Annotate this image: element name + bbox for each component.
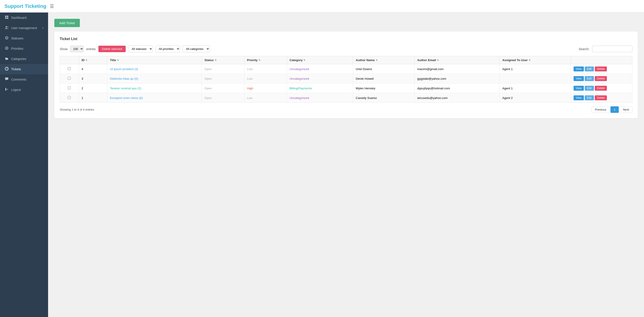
status-filter-select[interactable]: All statuses (128, 46, 153, 52)
sidebar-label-comments: Comments (11, 78, 44, 81)
th-priority: Priority ⇅ (244, 56, 287, 64)
sidebar: Dashboard User management < Statuses Pri… (0, 13, 48, 317)
logout-icon (4, 88, 9, 92)
th-assigned-to-user: Assigned To User ⇅ (500, 56, 571, 64)
row-priority: High (244, 84, 287, 93)
row-status: Open (202, 84, 244, 93)
sort-category-icon[interactable]: ⇅ (304, 59, 305, 61)
svg-point-4 (6, 26, 7, 28)
previous-button[interactable]: Previous (592, 106, 610, 113)
edit-button[interactable]: Edit (585, 95, 594, 100)
row-checkbox[interactable] (68, 86, 71, 89)
add-ticket-button[interactable]: Add Ticket (54, 19, 80, 27)
sort-id-icon[interactable]: ⇅ (86, 59, 87, 61)
ticket-tbody: 4 Ut ipsum proident (3) Open Low Uncateg… (60, 64, 632, 103)
delete-button[interactable]: Delete (595, 95, 607, 100)
row-author-email: dypujilyqo@hotmail.com (414, 84, 500, 93)
row-title: Distinctio Alias qu (0) (107, 74, 202, 84)
svg-rect-1 (7, 16, 8, 17)
sort-priority-icon[interactable]: ⇅ (258, 59, 260, 61)
row-title: Ut ipsum proident (3) (107, 64, 202, 74)
table-header-row: ID ⇅ Title ⇅ Status ⇅ Priority ⇅ Categor (60, 56, 632, 64)
svg-rect-3 (7, 18, 8, 19)
row-checkbox[interactable] (68, 67, 71, 70)
row-assigned-to (500, 74, 571, 84)
sidebar-item-dashboard[interactable]: Dashboard (0, 13, 48, 23)
row-author-email: gygytale@yahoo.com (414, 74, 500, 84)
row-author-name: Derek Howell (353, 74, 414, 84)
layout: Dashboard User management < Statuses Pri… (0, 13, 644, 317)
sort-author-email-icon[interactable]: ⇅ (437, 59, 439, 61)
row-checkbox[interactable] (68, 77, 71, 80)
priority-filter-select[interactable]: All priorities (156, 46, 180, 52)
ticket-title-link[interactable]: Tenetur nostrud quo (2) (110, 87, 141, 90)
table-footer: Showing 1 to 4 of 4 entries Previous 1 N… (60, 106, 632, 113)
entries-select[interactable]: 100 25 50 (70, 46, 84, 52)
pagination: Previous 1 Next (592, 106, 632, 113)
ticket-title-link[interactable]: Excepturi enim nemo (0) (110, 96, 143, 100)
sort-author-name-icon[interactable]: ⇅ (376, 59, 378, 61)
search-input[interactable] (592, 46, 632, 52)
svg-rect-0 (5, 16, 6, 17)
hamburger-icon[interactable]: ☰ (50, 4, 54, 9)
th-id: ID ⇅ (79, 56, 107, 64)
edit-button[interactable]: Edit (585, 67, 594, 71)
ticket-title-link[interactable]: Distinctio Alias qu (0) (110, 77, 138, 80)
edit-button[interactable]: Edit (585, 86, 594, 91)
row-id: 4 (79, 64, 107, 74)
sidebar-label-logout: Logout (11, 88, 44, 92)
sidebar-label-categories: Categories (11, 57, 44, 61)
ticket-title-link[interactable]: Ut ipsum proident (3) (110, 67, 138, 71)
sort-status-icon[interactable]: ⇅ (215, 59, 216, 61)
chevron-left-icon: < (42, 27, 44, 29)
delete-button[interactable]: Delete (595, 76, 607, 81)
row-title: Excepturi enim nemo (0) (107, 93, 202, 103)
user-management-icon (4, 26, 9, 30)
sidebar-item-priorities[interactable]: Priorities (0, 44, 48, 54)
sidebar-item-tickets[interactable]: ? Tickets (0, 64, 48, 74)
sidebar-item-statuses[interactable]: Statuses (0, 33, 48, 44)
delete-selected-button[interactable]: Delete selected (98, 46, 126, 52)
sidebar-item-categories[interactable]: Categories (0, 54, 48, 64)
dashboard-icon (4, 16, 9, 20)
table-row: 4 Ut ipsum proident (3) Open Low Uncateg… (60, 64, 632, 74)
statuses-icon (4, 36, 9, 41)
sidebar-label-tickets: Tickets (11, 67, 44, 71)
top-nav: Support Ticketing ☰ (0, 0, 644, 13)
page-1-button[interactable]: 1 (610, 106, 619, 113)
delete-button[interactable]: Delete (595, 86, 607, 91)
row-author-name: Cassidy Suarez (353, 93, 414, 103)
row-category: Billing/Payments (287, 84, 353, 93)
th-checkbox (60, 56, 79, 64)
table-row: 1 Excepturi enim nemo (0) Open Low Uncat… (60, 93, 632, 103)
row-author-email: macimi@gmail.com (414, 64, 500, 74)
edit-button[interactable]: Edit (585, 76, 594, 81)
row-checkbox-cell (60, 93, 79, 103)
row-actions: View Edit Delete (571, 93, 632, 103)
view-button[interactable]: View (574, 95, 584, 100)
row-status: Open (202, 74, 244, 84)
sort-assigned-icon[interactable]: ⇅ (528, 59, 530, 61)
view-button[interactable]: View (574, 76, 584, 81)
row-priority: Low (244, 64, 287, 74)
sidebar-item-logout[interactable]: Logout (0, 85, 48, 95)
th-status: Status ⇅ (202, 56, 244, 64)
svg-rect-2 (5, 18, 6, 19)
sidebar-item-user-management[interactable]: User management < (0, 23, 48, 33)
view-button[interactable]: View (574, 67, 584, 71)
delete-button[interactable]: Delete (595, 67, 607, 71)
row-checkbox[interactable] (68, 96, 71, 99)
sort-title-icon[interactable]: ⇅ (117, 59, 119, 61)
row-assigned-to: Agent 1 (500, 84, 571, 93)
th-actions (571, 56, 632, 64)
row-priority: Low (244, 93, 287, 103)
th-author-email: Author Email ⇅ (414, 56, 500, 64)
row-actions: View Edit Delete (571, 84, 632, 93)
sidebar-item-comments[interactable]: Comments (0, 74, 48, 85)
row-author-name: Uriel Downs (353, 64, 414, 74)
next-button[interactable]: Next (620, 106, 632, 113)
svg-point-9 (6, 48, 7, 49)
view-button[interactable]: View (574, 86, 584, 91)
category-filter-select[interactable]: All categories (183, 46, 210, 52)
svg-point-7 (6, 37, 7, 38)
